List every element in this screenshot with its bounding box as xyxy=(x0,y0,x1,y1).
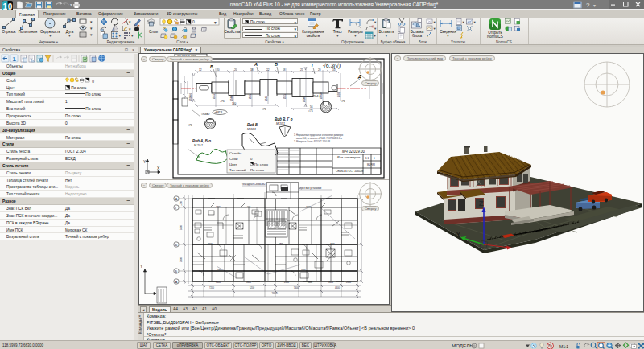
svg-text:▾: ▾ xyxy=(90,26,93,31)
svg-text:18: 18 xyxy=(283,68,286,72)
svg-text:2100: 2100 xyxy=(330,242,335,244)
svg-text:▾: ▾ xyxy=(129,27,131,31)
svg-text:√75: √75 xyxy=(308,109,313,113)
svg-text:2100: 2100 xyxy=(208,242,213,244)
svg-text:Сплайн: Сплайн xyxy=(229,151,242,155)
svg-text:М 10:1: М 10:1 xyxy=(194,144,203,147)
svg-text:1500: 1500 xyxy=(301,269,306,271)
svg-text:Фасадная Схема М2: Фасадная Схема М2 xyxy=(242,183,266,186)
svg-text:▾: ▾ xyxy=(119,33,122,38)
svg-text:20: 20 xyxy=(217,68,220,72)
svg-text:▾: ▾ xyxy=(593,3,596,8)
svg-text:18: 18 xyxy=(250,68,254,72)
svg-text:Ø45: Ø45 xyxy=(265,96,268,101)
svg-text:▾: ▾ xyxy=(463,20,465,24)
svg-text:Ø50: Ø50 xyxy=(303,97,306,102)
svg-text:Вал-шестерня: Вал-шестерня xyxy=(337,155,361,159)
svg-text:▾: ▾ xyxy=(131,33,134,38)
svg-text:Вид Б: Вид Б xyxy=(247,123,258,127)
svg-text:√Rz40: √Rz40 xyxy=(201,113,209,116)
svg-text:▾: ▾ xyxy=(374,20,377,24)
svg-text:Тип линий: Тип линий xyxy=(229,168,246,172)
svg-text:Слой: Слой xyxy=(229,157,238,161)
svg-text:1500: 1500 xyxy=(216,205,221,207)
svg-text:Ø30k6: Ø30k6 xyxy=(189,92,192,101)
svg-text:По слою: По слою xyxy=(254,162,269,166)
svg-text:▾: ▾ xyxy=(434,20,436,24)
svg-text:1500: 1500 xyxy=(217,269,222,271)
svg-text:Цвет: Цвет xyxy=(229,162,237,166)
svg-text:Б: Б xyxy=(275,62,278,67)
svg-text:Ø35: Ø35 xyxy=(283,94,287,99)
svg-text:Ø35: Ø35 xyxy=(249,94,252,99)
svg-text:1200: 1200 xyxy=(180,201,183,206)
svg-text:А: А xyxy=(175,281,178,284)
svg-text:⌀68ГВ: ⌀68ГВ xyxy=(214,111,223,114)
svg-text:√75: √75 xyxy=(341,100,345,103)
svg-text:24600: 24600 xyxy=(271,292,278,295)
svg-text:140: 140 xyxy=(232,102,237,105)
svg-text:5600: 5600 xyxy=(294,286,299,289)
svg-text:▾: ▾ xyxy=(90,19,93,24)
svg-text:▾: ▾ xyxy=(434,27,436,31)
svg-text:М 10:1: М 10:1 xyxy=(247,128,256,131)
svg-text:А: А xyxy=(175,198,178,201)
svg-text:5400: 5400 xyxy=(180,225,183,230)
svg-text:Y: Y xyxy=(140,264,143,269)
svg-text:√75: √75 xyxy=(262,108,266,111)
svg-text:Y: Y xyxy=(456,232,460,237)
svg-text:Разрез Баз установки: Разрез Баз установки xyxy=(297,187,321,190)
svg-text:22: 22 xyxy=(266,68,270,72)
svg-text:Ø35: Ø35 xyxy=(213,94,216,99)
svg-text:√75: √75 xyxy=(220,100,225,103)
svg-text:▾: ▾ xyxy=(90,32,93,37)
svg-text:25: 25 xyxy=(300,68,303,72)
svg-text:20: 20 xyxy=(318,68,321,72)
svg-text:▾: ▾ xyxy=(474,20,477,24)
svg-text:Сталь 45 ГОСТ 1050-88: Сталь 45 ГОСТ 1050-88 xyxy=(336,170,363,173)
svg-text:Г: Г xyxy=(175,207,177,210)
svg-text:валов h14, остальных ±IT14/2.: валов h14, остальных ±IT14/2. ГОСТ 30893… xyxy=(296,137,342,140)
svg-text:√Ra1.6: √Ra1.6 xyxy=(312,95,321,98)
svg-text:Б: Б xyxy=(210,64,213,69)
svg-text:М 10:1: М 10:1 xyxy=(276,122,285,125)
svg-text:1: 1 xyxy=(13,55,17,63)
svg-text:МЧ 02.019.00: МЧ 02.019.00 xyxy=(342,150,365,154)
svg-text:1200: 1200 xyxy=(279,242,283,244)
svg-text:56: 56 xyxy=(310,105,313,109)
svg-text:Вид В, Г о: Вид В, Г о xyxy=(275,117,293,121)
svg-text:10: 10 xyxy=(332,68,336,72)
svg-text:2. Материал: Сталь 45 ГОСТ 105: 2. Материал: Сталь 45 ГОСТ 1050-88 xyxy=(294,140,330,143)
svg-text:?: ? xyxy=(586,2,590,9)
svg-text:▾: ▾ xyxy=(129,19,131,24)
svg-text:3900: 3900 xyxy=(180,257,183,262)
svg-text:Ø40: Ø40 xyxy=(230,96,233,101)
svg-text:12: 12 xyxy=(199,68,202,72)
svg-text:√75: √75 xyxy=(188,124,192,127)
svg-text:Ø28: Ø28 xyxy=(337,92,341,97)
svg-text:Z: Z xyxy=(479,199,484,207)
svg-text:1. Неуказанные предельные откл: 1. Неуказанные предельные отклонения раз… xyxy=(294,133,344,137)
svg-text:1500: 1500 xyxy=(306,205,311,207)
svg-text:7200: 7200 xyxy=(209,286,214,289)
svg-text:4400: 4400 xyxy=(335,286,340,289)
svg-text:М1:1: М1:1 xyxy=(559,344,568,349)
svg-text:По слою: По слою xyxy=(250,168,265,172)
svg-text:МЧ РИЗ: МЧ РИЗ xyxy=(367,163,375,166)
svg-text:X: X xyxy=(157,166,160,170)
svg-text:0: 0 xyxy=(192,19,195,24)
svg-text:20: 20 xyxy=(234,68,237,72)
svg-text:А: А xyxy=(254,62,258,67)
svg-text:Вид А, Б о: Вид А, Б о xyxy=(192,139,211,143)
svg-text:1:1: 1:1 xyxy=(365,157,369,160)
svg-text:▾: ▾ xyxy=(214,20,217,25)
svg-text:5200: 5200 xyxy=(250,286,254,289)
svg-text:900: 900 xyxy=(247,205,251,207)
